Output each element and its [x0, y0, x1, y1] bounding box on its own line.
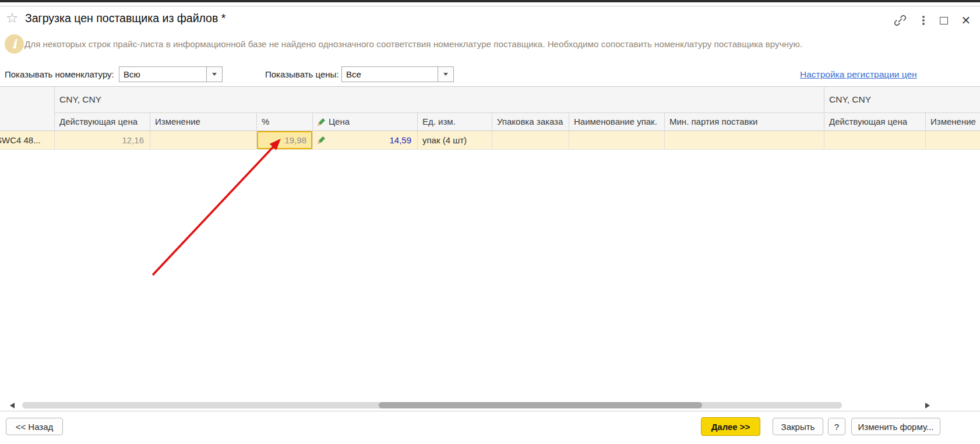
- favorite-star-icon[interactable]: ☆: [6, 10, 19, 26]
- price-value: 14,59: [325, 131, 417, 149]
- table-header: CNY, CNY CNY, CNY Действующая цена Измен…: [0, 87, 980, 131]
- table-row[interactable]: SWC4 48... 12,16 19,98 14,59 упак (4 шт): [0, 131, 980, 150]
- cell-current-price[interactable]: 12,16: [55, 131, 150, 150]
- group-header-cny-1: CNY, CNY: [55, 87, 824, 113]
- header-min-lot: Мин. партия поставки: [665, 113, 824, 131]
- group-header-cny-2: CNY, CNY: [824, 87, 980, 113]
- header-unit: Ед. изм.: [418, 113, 492, 131]
- column-header-row: Действующая цена Изменение % Цена Ед. из…: [55, 113, 980, 131]
- pencil-icon: [318, 118, 325, 126]
- back-button[interactable]: << Назад: [6, 418, 63, 435]
- cell-unit[interactable]: упак (4 шт): [418, 131, 492, 150]
- cell-percent-selected[interactable]: 19,98: [257, 131, 313, 150]
- scroll-left-arrow[interactable]: [10, 403, 15, 408]
- cell-price[interactable]: 14,59: [313, 131, 418, 150]
- cell-min-lot[interactable]: [665, 131, 824, 150]
- cell-pack-name[interactable]: [569, 131, 665, 150]
- cell-change-2[interactable]: [926, 131, 980, 150]
- close-button[interactable]: Закрыть: [773, 418, 823, 435]
- nomenclature-filter-value[interactable]: Всю: [119, 67, 206, 82]
- scroll-right-arrow[interactable]: [925, 403, 930, 408]
- page-title: Загрузка цен поставщика из файлов *: [25, 12, 225, 25]
- header-order-pack: Упаковка заказа: [492, 113, 569, 131]
- nomenclature-dropdown-button[interactable]: [206, 67, 222, 82]
- chevron-down-icon: [212, 73, 217, 76]
- group-header-row: CNY, CNY CNY, CNY: [55, 87, 980, 113]
- cell-change[interactable]: [150, 131, 257, 150]
- info-icon: i: [5, 34, 24, 54]
- chevron-down-icon: [443, 73, 448, 76]
- nomenclature-filter-label: Показывать номенклатуру:: [5, 66, 114, 82]
- info-banner-text: Для некоторых строк прайс-листа в информ…: [24, 35, 802, 54]
- price-table: CNY, CNY CNY, CNY Действующая цена Измен…: [0, 86, 980, 411]
- change-form-button[interactable]: Изменить форму...: [851, 418, 940, 435]
- header-pack-name: Наименование упак.: [569, 113, 665, 131]
- header-item-column: [0, 87, 55, 131]
- header-change: Изменение: [150, 113, 257, 131]
- horizontal-scrollbar-thumb[interactable]: [379, 402, 702, 408]
- help-button[interactable]: ?: [828, 418, 845, 435]
- pencil-icon: [318, 136, 325, 144]
- header-percent: %: [257, 113, 313, 131]
- selected-cell-highlight[interactable]: 19,98: [257, 131, 312, 149]
- price-registration-settings-link[interactable]: Настройка регистрации цен: [800, 66, 917, 82]
- header-price: Цена: [313, 113, 418, 131]
- copy-link-icon[interactable]: [893, 13, 907, 27]
- prices-filter-combobox[interactable]: Все: [341, 66, 454, 82]
- app-window: { "window": { "title": "Загрузка цен пос…: [0, 0, 980, 444]
- cell-order-pack[interactable]: [492, 131, 569, 150]
- nomenclature-filter-combobox[interactable]: Всю: [119, 66, 223, 82]
- prices-filter-value[interactable]: Все: [342, 67, 438, 82]
- top-divider: [0, 6, 980, 6]
- header-change-2: Изменение: [926, 113, 980, 131]
- cell-current-price-2[interactable]: [824, 131, 926, 150]
- next-button[interactable]: Далее >>: [701, 417, 760, 436]
- prices-filter-label: Показывать цены:: [265, 66, 339, 82]
- cell-item-name[interactable]: SWC4 48...: [0, 131, 55, 150]
- close-icon[interactable]: ✕: [959, 13, 973, 27]
- maximize-icon[interactable]: [937, 13, 951, 27]
- top-window-strip: [0, 0, 980, 2]
- prices-dropdown-button[interactable]: [438, 67, 453, 82]
- header-current-price-2: Действующая цена: [824, 113, 926, 131]
- header-current-price: Действующая цена: [55, 113, 150, 131]
- header-price-label: Цена: [329, 113, 350, 131]
- more-menu-icon[interactable]: [916, 13, 930, 27]
